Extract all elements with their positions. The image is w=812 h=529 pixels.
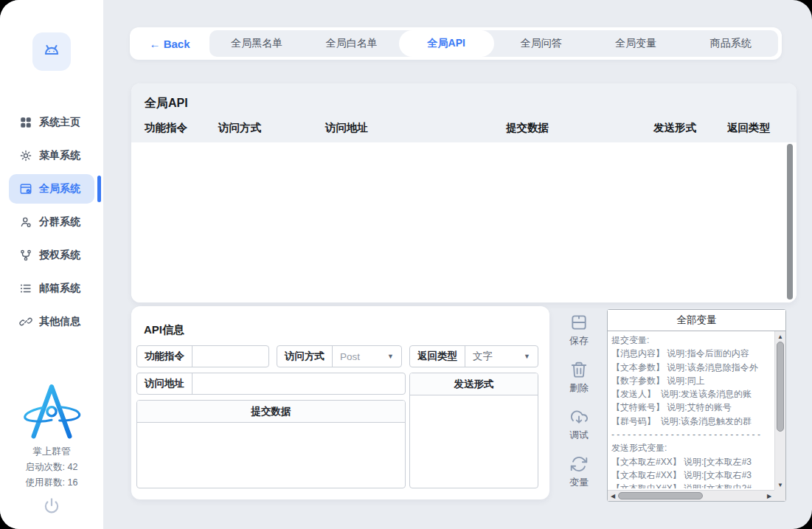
tab-vars[interactable]: 全局变量 (589, 30, 684, 57)
list-icon (19, 282, 32, 295)
scroll-up-arrow-icon[interactable]: ▲ (775, 331, 785, 342)
address-field-group: 访问地址 (136, 373, 406, 395)
app-logo (32, 32, 71, 71)
power-button[interactable] (0, 497, 103, 519)
action-label: 保存 (569, 334, 589, 348)
tab-product[interactable]: 商品系统 (684, 30, 779, 57)
api-info-panel: API信息 功能指令 访问方式 Post ▼ 返回类型 文字 ▼ (131, 306, 549, 499)
branch-icon (19, 249, 32, 262)
variable-line: 【文本取右#XX】 说明:[文本取右#3 (611, 469, 773, 482)
launch-count: 启动次数: 42 (0, 461, 103, 474)
variable-line: 【数字参数】 说明:同上 (611, 374, 773, 387)
action-label: 变量 (569, 476, 589, 489)
command-input[interactable] (192, 346, 268, 367)
sync-icon (569, 454, 589, 474)
command-field-group: 功能指令 (136, 345, 269, 367)
link-icon (19, 315, 32, 328)
tabs-group: 全局黑名单全局白名单全局API全局问答全局变量商品系统 (209, 30, 778, 57)
method-select[interactable]: Post ▼ (333, 346, 401, 367)
debug-button[interactable]: 调试 (569, 407, 589, 442)
variable-line: 提交变量: (611, 333, 773, 347)
app-name: 掌上群管 (0, 445, 103, 458)
sidebar: 系统主页菜单系统全局系统分群系统授权系统邮箱系统其他信息 掌上群管 启动次数: … (0, 0, 103, 529)
variables-panel-title: 全部变量 (608, 310, 785, 331)
horizontal-scroll-thumb[interactable] (618, 492, 703, 499)
save-button[interactable]: 保存 (569, 313, 589, 348)
method-select-value: Post (340, 351, 360, 362)
tab-api[interactable]: 全局API (399, 30, 494, 57)
send-format-textarea[interactable] (410, 395, 538, 488)
scroll-right-arrow-icon[interactable]: ▶ (764, 491, 774, 501)
scroll-left-arrow-icon[interactable]: ◀ (608, 491, 618, 501)
column-header: 发送形式 (653, 121, 727, 135)
back-button[interactable]: ← Back (130, 27, 209, 60)
sidebar-item-label: 菜单系统 (39, 149, 80, 162)
post-data-textarea[interactable] (137, 423, 405, 488)
sidebar-footer: 掌上群管 启动次数: 42 使用群数: 16 (0, 380, 103, 519)
sidebar-item-group[interactable]: 分群系统 (9, 207, 94, 237)
address-input[interactable] (192, 373, 405, 394)
chevron-down-icon: ▼ (387, 353, 394, 360)
gear-icon (19, 149, 32, 162)
variable-line: 【发送人】 说明:发送该条消息的账 (611, 387, 773, 401)
sidebar-menu: 系统主页菜单系统全局系统分群系统授权系统邮箱系统其他信息 (0, 108, 103, 340)
sidebar-item-label: 分群系统 (39, 215, 80, 229)
global-api-table-panel: 全局API 功能指令访问方式访问地址提交数据发送形式返回类型 (131, 83, 797, 302)
send-format-label: 发送形式 (410, 373, 538, 395)
variable-line: 【文本取中X#X】 说明:[文本取中2# (611, 482, 773, 488)
variables-list: 提交变量:【消息内容】 说明:指令后面的内容【文本参数】 说明:该条消息除指令外… (611, 333, 773, 488)
cloud-download-icon (569, 407, 589, 426)
return-type-field-group: 返回类型 文字 ▼ (409, 345, 538, 367)
post-data-box: 提交数据 (136, 400, 406, 488)
vertical-scrollbar[interactable]: ▲ ▼ (774, 331, 785, 490)
grid-icon (19, 116, 32, 129)
sidebar-item-menu[interactable]: 菜单系统 (9, 141, 94, 170)
brand-a-logo (18, 380, 86, 442)
save-icon (569, 313, 589, 332)
window-edit-icon (19, 182, 32, 196)
scrollbar-corner (774, 490, 785, 501)
android-icon (41, 39, 63, 64)
action-buttons: 保存删除调试变量 (557, 313, 601, 489)
sidebar-item-auth[interactable]: 授权系统 (9, 241, 94, 270)
sidebar-item-other[interactable]: 其他信息 (9, 307, 94, 336)
method-field-group: 访问方式 Post ▼ (277, 345, 402, 367)
return-type-select[interactable]: 文字 ▼ (465, 346, 538, 367)
command-label: 功能指令 (137, 346, 192, 367)
column-header: 访问地址 (325, 121, 506, 135)
table-scrollbar[interactable] (787, 144, 793, 300)
delete-button[interactable]: 删除 (569, 360, 589, 395)
method-label: 访问方式 (277, 346, 333, 367)
horizontal-scrollbar[interactable]: ◀ ▶ (608, 490, 774, 501)
sidebar-item-global[interactable]: 全局系统 (9, 174, 94, 204)
variable-line: 【文本取左#XX】 说明:[文本取左#3 (611, 455, 773, 469)
tab-whitelist[interactable]: 全局白名单 (305, 30, 400, 57)
sidebar-item-label: 其他信息 (39, 315, 80, 328)
variable-line: 【群号码】 说明:该条消息触发的群 (611, 415, 773, 428)
variables-button[interactable]: 变量 (569, 454, 589, 489)
post-data-label: 提交数据 (137, 401, 405, 423)
scroll-down-arrow-icon[interactable]: ▼ (775, 480, 785, 490)
variables-panel-body: 提交变量:【消息内容】 说明:指令后面的内容【文本参数】 说明:该条消息除指令外… (608, 331, 785, 501)
table-body (131, 142, 797, 302)
sidebar-item-label: 邮箱系统 (39, 282, 80, 295)
sidebar-item-mail[interactable]: 邮箱系统 (9, 274, 94, 303)
column-header: 访问方式 (218, 121, 325, 135)
vertical-scroll-thumb[interactable] (777, 342, 784, 432)
app-window: 系统主页菜单系统全局系统分群系统授权系统邮箱系统其他信息 掌上群管 启动次数: … (0, 0, 812, 529)
variable-line: 发送形式变量: (611, 441, 773, 454)
variable-line: - - - - - - - - - - - - - - - - - - - - … (611, 428, 773, 441)
table-title: 全局API (145, 96, 188, 111)
action-label: 调试 (569, 429, 589, 442)
power-icon (42, 497, 61, 519)
group-count: 使用群数: 16 (0, 477, 103, 489)
tab-blacklist[interactable]: 全局黑名单 (209, 30, 305, 57)
tab-qa[interactable]: 全局问答 (494, 30, 589, 57)
return-type-select-value: 文字 (473, 350, 493, 363)
sidebar-item-home[interactable]: 系统主页 (9, 108, 94, 137)
column-header: 功能指令 (145, 121, 218, 135)
trash-icon (569, 360, 589, 379)
sidebar-item-label: 授权系统 (39, 249, 80, 262)
form-title: API信息 (144, 323, 184, 337)
sidebar-item-label: 系统主页 (39, 116, 80, 129)
